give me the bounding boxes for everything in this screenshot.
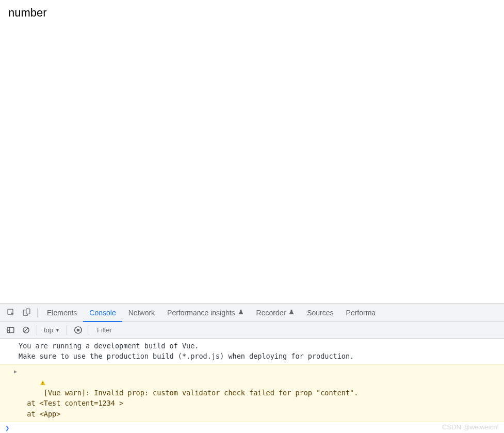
divider <box>37 326 37 335</box>
flask-icon <box>238 309 244 317</box>
watermark: CSDN @weiweicn! <box>442 423 499 431</box>
chevron-down-icon: ▼ <box>55 328 60 333</box>
filter-input[interactable] <box>93 325 501 336</box>
console-body[interactable]: You are running a development build of V… <box>0 339 504 433</box>
tab-network[interactable]: Network <box>122 303 161 322</box>
console-text: Make sure to use the production build (*… <box>19 352 354 360</box>
tab-label: Recorder <box>256 309 286 317</box>
page-content: number <box>0 0 504 303</box>
tab-recorder[interactable]: Recorder <box>250 303 301 322</box>
tab-performance-insights[interactable]: Performance insights <box>161 303 250 322</box>
divider <box>89 326 89 335</box>
content-text: number <box>8 6 47 19</box>
flask-icon <box>288 309 295 317</box>
sidebar-toggle-icon[interactable] <box>5 325 16 336</box>
tab-label: Sources <box>307 309 333 317</box>
svg-rect-2 <box>26 309 29 314</box>
console-text: at <Test content=1234 > <box>19 399 127 407</box>
tab-label: Performa <box>346 309 376 317</box>
warning-icon <box>6 368 46 399</box>
tab-performance[interactable]: Performa <box>340 303 382 322</box>
context-selector[interactable]: top ▼ <box>41 326 63 334</box>
svg-point-7 <box>76 329 79 332</box>
devtools-panel: Elements Console Network Performance ins… <box>0 303 504 433</box>
tab-sources[interactable]: Sources <box>301 303 339 322</box>
divider <box>37 308 38 317</box>
device-toggle-icon[interactable] <box>22 308 31 317</box>
tab-label: Elements <box>47 309 77 317</box>
console-text: [Vue warn]: Invalid prop: custom validat… <box>44 389 363 397</box>
clear-console-icon[interactable] <box>20 325 31 336</box>
tab-console[interactable]: Console <box>83 303 122 322</box>
svg-line-6 <box>24 328 28 332</box>
svg-rect-9 <box>43 384 43 384</box>
console-message-warning[interactable]: ▶[Vue warn]: Invalid prop: custom valida… <box>0 364 504 422</box>
devtools-tab-bar: Elements Console Network Performance ins… <box>0 303 504 322</box>
divider <box>67 326 67 335</box>
tab-label: Console <box>89 309 116 317</box>
tab-label: Network <box>128 309 155 317</box>
console-toolbar: top ▼ <box>0 322 504 339</box>
prompt-icon: ❯ <box>5 424 9 432</box>
console-text: You are running a development build of V… <box>19 342 199 350</box>
context-label: top <box>44 326 53 334</box>
expand-arrow-icon[interactable]: ▶ <box>14 367 17 375</box>
watermark-text: CSDN @weiweicn! <box>442 423 499 431</box>
live-expression-icon[interactable] <box>72 325 84 336</box>
inspect-element-icon[interactable] <box>6 308 15 317</box>
console-message-info: You are running a development build of V… <box>0 339 504 364</box>
console-text: at <App> <box>19 410 60 418</box>
tab-elements[interactable]: Elements <box>41 303 83 322</box>
svg-rect-8 <box>43 382 43 383</box>
console-prompt[interactable]: ❯ <box>0 422 504 433</box>
tab-label: Performance insights <box>167 309 235 317</box>
